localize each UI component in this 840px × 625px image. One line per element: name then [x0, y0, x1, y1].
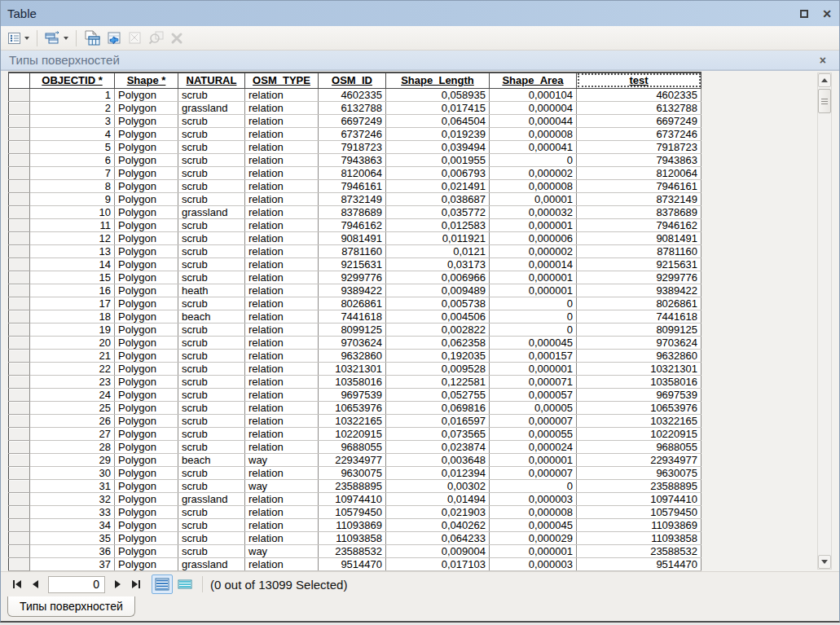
- cell[interactable]: 0: [490, 310, 577, 323]
- row-selector[interactable]: [9, 466, 30, 479]
- cell[interactable]: 10: [30, 205, 115, 218]
- cell[interactable]: 23: [30, 375, 115, 388]
- row-selector[interactable]: [9, 310, 30, 323]
- cell[interactable]: 21: [30, 349, 115, 362]
- cell[interactable]: 0,062358: [386, 336, 490, 349]
- cell[interactable]: scrub: [178, 479, 245, 492]
- cell[interactable]: 10322165: [577, 414, 701, 427]
- cell[interactable]: 8781160: [319, 244, 386, 257]
- cell[interactable]: Polygon: [115, 271, 178, 284]
- cell[interactable]: 8120064: [577, 166, 701, 179]
- cell[interactable]: scrub: [178, 140, 245, 153]
- cell[interactable]: Polygon: [115, 466, 178, 479]
- cell[interactable]: 0,000045: [490, 518, 577, 531]
- layer-tab[interactable]: Типы поверхностей: [7, 596, 135, 617]
- row-selector[interactable]: [9, 544, 30, 557]
- cell[interactable]: relation: [245, 414, 319, 427]
- row-selector[interactable]: [9, 440, 30, 453]
- cell[interactable]: 6697249: [577, 114, 701, 127]
- cell[interactable]: 22: [30, 362, 115, 375]
- cell[interactable]: Polygon: [115, 375, 178, 388]
- cell[interactable]: 0,000001: [490, 453, 577, 466]
- cell[interactable]: relation: [245, 231, 319, 244]
- cell[interactable]: relation: [245, 88, 319, 101]
- cell[interactable]: scrub: [178, 271, 245, 284]
- cell[interactable]: 37: [30, 557, 115, 570]
- cell[interactable]: 17: [30, 297, 115, 310]
- column-header[interactable]: Shape_Area: [490, 73, 577, 88]
- cell[interactable]: 0,006793: [386, 166, 490, 179]
- row-selector[interactable]: [9, 453, 30, 466]
- cell[interactable]: relation: [245, 140, 319, 153]
- cell[interactable]: 0: [490, 479, 577, 492]
- cell[interactable]: 11093869: [577, 518, 701, 531]
- cell[interactable]: 7946162: [577, 218, 701, 231]
- cell[interactable]: Polygon: [115, 453, 178, 466]
- cell[interactable]: 0,000001: [490, 362, 577, 375]
- cell[interactable]: 10220915: [319, 427, 386, 440]
- cell[interactable]: grassland: [178, 101, 245, 114]
- column-header[interactable]: Shape_Length: [386, 73, 490, 88]
- scroll-down-button[interactable]: [818, 555, 831, 569]
- cell[interactable]: relation: [245, 271, 319, 284]
- row-selector[interactable]: [9, 531, 30, 544]
- cell[interactable]: 0,000003: [490, 492, 577, 505]
- previous-record-button[interactable]: [27, 576, 45, 592]
- cell[interactable]: Polygon: [115, 401, 178, 414]
- cell[interactable]: 7918723: [577, 140, 701, 153]
- cell[interactable]: Polygon: [115, 88, 178, 101]
- cell[interactable]: 9: [30, 192, 115, 205]
- cell[interactable]: 0,000007: [490, 466, 577, 479]
- cell[interactable]: scrub: [178, 388, 245, 401]
- cell[interactable]: 26: [30, 414, 115, 427]
- row-selector[interactable]: [9, 323, 30, 336]
- cell[interactable]: 0,00005: [490, 401, 577, 414]
- cell[interactable]: Polygon: [115, 323, 178, 336]
- row-selector[interactable]: [9, 336, 30, 349]
- cell[interactable]: 0,017415: [386, 101, 490, 114]
- cell[interactable]: Polygon: [115, 414, 178, 427]
- cell[interactable]: 10322165: [319, 414, 386, 427]
- cell[interactable]: 7946161: [319, 179, 386, 192]
- cell[interactable]: 0,00001: [490, 192, 577, 205]
- cell[interactable]: 0,000104: [490, 88, 577, 101]
- cell[interactable]: 33: [30, 505, 115, 518]
- cell[interactable]: scrub: [178, 427, 245, 440]
- cell[interactable]: relation: [245, 440, 319, 453]
- cell[interactable]: way: [245, 453, 319, 466]
- cell[interactable]: Polygon: [115, 192, 178, 205]
- cell[interactable]: scrub: [178, 531, 245, 544]
- cell[interactable]: relation: [245, 127, 319, 140]
- cell[interactable]: relation: [245, 244, 319, 257]
- cell[interactable]: Polygon: [115, 531, 178, 544]
- cell[interactable]: Polygon: [115, 349, 178, 362]
- cell[interactable]: 9630075: [319, 466, 386, 479]
- row-selector[interactable]: [9, 166, 30, 179]
- cell[interactable]: 0,009004: [386, 544, 490, 557]
- table-options-button[interactable]: [6, 29, 31, 47]
- cell[interactable]: 8120064: [319, 166, 386, 179]
- cell[interactable]: 8378689: [319, 205, 386, 218]
- cell[interactable]: Polygon: [115, 336, 178, 349]
- row-selector[interactable]: [9, 297, 30, 310]
- cell[interactable]: 11093869: [319, 518, 386, 531]
- cell[interactable]: relation: [245, 257, 319, 271]
- cell[interactable]: 11093858: [319, 531, 386, 544]
- cell[interactable]: relation: [245, 192, 319, 205]
- row-selector[interactable]: [9, 140, 30, 153]
- cell[interactable]: 8026861: [577, 297, 701, 310]
- cell[interactable]: 0,035772: [386, 205, 490, 218]
- cell[interactable]: 0,011921: [386, 231, 490, 244]
- cell[interactable]: scrub: [178, 231, 245, 244]
- cell[interactable]: 20: [30, 336, 115, 349]
- cell[interactable]: 0,052755: [386, 388, 490, 401]
- cell[interactable]: 4602335: [577, 88, 701, 101]
- cell[interactable]: 25: [30, 401, 115, 414]
- cell[interactable]: 9688055: [577, 440, 701, 453]
- layer-close-icon[interactable]: ×: [820, 54, 831, 67]
- cell[interactable]: 0,000045: [490, 336, 577, 349]
- cell[interactable]: 0,064504: [386, 114, 490, 127]
- cell[interactable]: 0,000008: [490, 127, 577, 140]
- cell[interactable]: 0,073565: [386, 427, 490, 440]
- row-selector[interactable]: [9, 205, 30, 218]
